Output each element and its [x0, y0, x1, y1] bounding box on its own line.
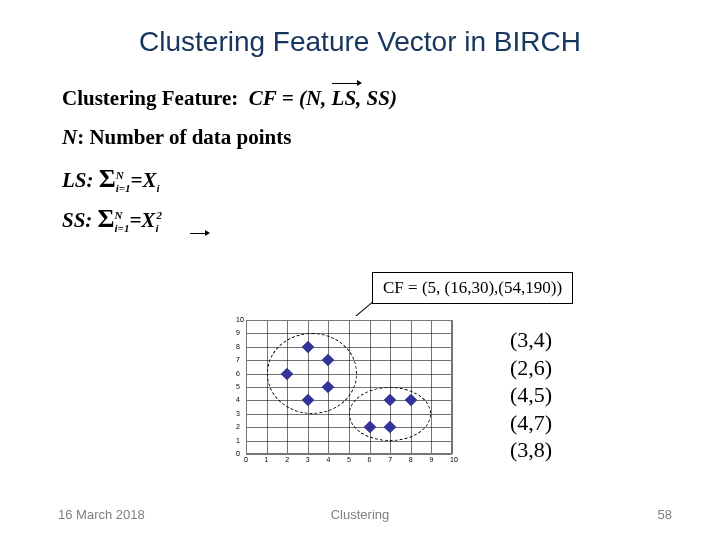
cf-label: Clustering Feature:	[62, 86, 238, 110]
ls-vector: LS	[332, 86, 357, 111]
ss-sub: i=1	[115, 222, 130, 234]
list-item: (3,8)	[510, 436, 552, 464]
cf-example-box: CF = (5, (16,30),(54,190))	[372, 272, 573, 304]
plot-area	[246, 320, 452, 454]
slide-body: Clustering Feature: CF = (N, LS, SS) N: …	[0, 58, 720, 234]
ss-label: SS:	[62, 208, 98, 232]
sigma-icon: Σ	[99, 164, 116, 193]
n-definition: N: Number of data points	[62, 125, 658, 150]
n-symbol: N	[62, 125, 77, 149]
footer-topic: Clustering	[331, 507, 390, 522]
footer-date: 16 March 2018	[58, 507, 145, 522]
list-item: (4,7)	[510, 409, 552, 437]
list-item: (4,5)	[510, 381, 552, 409]
page-number: 58	[658, 507, 672, 522]
ls-definition: LS: ΣNi=1=Xi	[62, 164, 658, 194]
ls-eq: =X	[131, 168, 157, 192]
ls-sub: i=1	[116, 182, 131, 194]
slide-title: Clustering Feature Vector in BIRCH	[0, 0, 720, 58]
scatter-plot: 012345678910012345678910	[220, 316, 458, 474]
cluster-ellipse	[349, 387, 431, 441]
n-text: : Number of data points	[77, 125, 291, 149]
ss-definition: SS: ΣNi=1=Xi2	[62, 204, 658, 234]
cf-formula-suffix: , SS)	[356, 86, 397, 110]
ss-xsup: 2	[156, 209, 162, 221]
cf-definition: Clustering Feature: CF = (N, LS, SS)	[62, 86, 658, 111]
data-points-list: (3,4) (2,6) (4,5) (4,7) (3,8)	[510, 326, 552, 464]
ls-label: LS:	[62, 168, 99, 192]
ss-eq: =X	[129, 208, 155, 232]
ls-xsub: i	[157, 182, 160, 194]
ss-xsub: i	[155, 222, 158, 234]
cluster-ellipse	[267, 333, 358, 413]
ss-sup: N	[115, 209, 123, 221]
list-item: (3,4)	[510, 326, 552, 354]
ls-sup: N	[116, 169, 124, 181]
cf-formula-prefix: CF = (N,	[249, 86, 332, 110]
list-item: (2,6)	[510, 354, 552, 382]
sigma-icon: Σ	[98, 204, 115, 233]
